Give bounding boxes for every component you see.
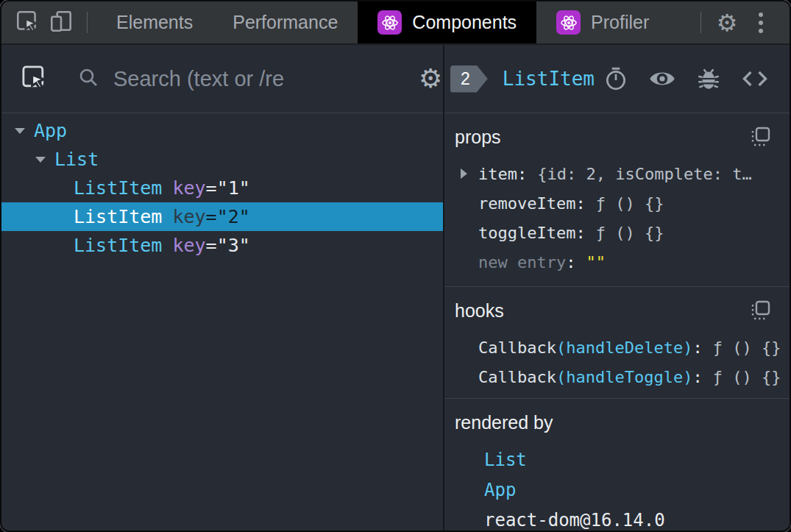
component-name: List [54,149,99,170]
tab-label: Profiler [591,12,649,33]
owner-link[interactable]: App [484,480,516,500]
key-attribute-value: ="2" [206,206,250,227]
key-attribute-name: key [172,235,205,256]
hook-value: ƒ () {} [713,338,781,357]
react-atom-icon [556,10,581,35]
prop-name: removeItem [478,194,575,213]
search-input[interactable] [112,66,392,92]
props-section-title: props [455,127,501,148]
component-name: ListItem [74,235,162,256]
prop-value: ƒ () {} [596,224,664,242]
rendered-by-owner-list[interactable]: List [444,444,790,475]
hook-row-handletoggle: Callback(handleToggle) ƒ () {} [444,362,790,391]
settings-button[interactable]: ⚙ [710,1,744,43]
rendered-by-title: rendered by [455,412,553,433]
hooks-section: hooks Callback(handleDelete) ƒ () {} [444,287,790,399]
topbar-separator [700,12,701,33]
search-icon [77,65,100,92]
prop-name: toggleItem [478,224,575,242]
log-to-console-bug-icon[interactable] [695,65,722,92]
element-id-badge: 2 [450,65,488,93]
hook-name: (handleToggle) [556,368,692,386]
device-toolbar-button[interactable] [44,1,78,43]
pick-component-button[interactable] [19,63,49,95]
topbar-separator [87,12,88,33]
tab-label: Components [412,12,517,33]
tree-row-listitem-1[interactable]: ListItem key="1" [1,174,443,202]
hook-value: ƒ () {} [713,368,781,386]
copy-hooks-button[interactable] [750,299,772,322]
tree-row-app[interactable]: App [1,116,443,145]
hooks-section-title: hooks [455,300,504,322]
devtools-topbar: Elements Performance Components [1,1,790,45]
key-attribute-value: ="1" [206,177,250,199]
tree-settings-button[interactable]: ⚙ [405,65,442,92]
more-options-button[interactable] [744,1,778,43]
prop-name: item [478,165,517,183]
components-panel: ⚙ App List ListItem key="1" ListItem [1,45,790,531]
tree-row-listitem-2-selected[interactable]: ListItem key="2" [1,202,443,231]
component-name: App [34,120,67,141]
tab-profiler[interactable]: Profiler [536,1,669,43]
hook-name: (handleDelete) [556,338,692,357]
component-name: ListItem [74,177,162,199]
tree-pane: ⚙ App List ListItem key="1" ListItem [1,45,444,531]
prop-row-toggleitem: toggleItem ƒ () {} [444,218,790,247]
props-section: props item {id: 2, isComplete: t… [444,113,790,287]
inspect-element-button[interactable] [10,1,44,43]
tab-label: Performance [233,12,338,33]
selected-component-title: ListItem [503,68,595,90]
new-entry-value-input[interactable]: "" [586,253,606,272]
details-header-actions [603,65,769,93]
rendered-by-owner-app[interactable]: App [444,475,790,505]
component-tree: App List ListItem key="1" ListItem key="… [1,113,443,531]
key-attribute-value: ="3" [206,235,250,256]
component-name: ListItem [74,206,162,227]
hook-type: Callback [478,338,556,357]
inspect-cursor-icon [14,8,40,38]
gear-icon: ⚙ [419,65,442,92]
collapse-caret-icon[interactable] [35,157,54,163]
rendered-by-section: rendered by List App react-dom@16.14.0 [444,399,790,532]
kebab-dot [759,29,763,33]
kebab-dot [759,13,763,17]
key-attribute-name: key [172,206,205,227]
tab-elements[interactable]: Elements [96,1,213,43]
expand-caret-icon[interactable] [461,169,478,179]
details-header: 2 ListItem [444,45,790,113]
owner-link[interactable]: List [484,450,527,470]
rendered-by-library: react-dom@16.14.0 [444,505,790,532]
view-source-code-icon[interactable] [741,65,769,93]
suspend-stopwatch-icon[interactable] [603,65,629,92]
prop-row-item[interactable]: item {id: 2, isComplete: t… [444,159,790,188]
prop-row-new-entry[interactable]: new entry "" [444,247,790,277]
prop-value: {id: 2, isComplete: t… [537,165,751,183]
inspect-cursor-icon [19,63,49,95]
devtools-window: Elements Performance Components [0,0,791,532]
kebab-dot [759,21,763,25]
hook-type: Callback [478,368,556,386]
react-atom-icon [377,10,402,35]
gear-icon: ⚙ [717,11,738,35]
tree-toolbar: ⚙ [1,45,443,113]
device-toolbar-icon [48,8,74,38]
prop-value: ƒ () {} [596,194,664,213]
new-entry-name-input[interactable]: new entry [478,253,566,272]
search-box [63,65,405,92]
react-dom-version: react-dom@16.14.0 [484,510,665,531]
details-pane: 2 ListItem [444,45,790,531]
tab-components[interactable]: Components [358,1,536,43]
tab-label: Elements [116,12,193,33]
tree-row-list[interactable]: List [1,145,443,174]
collapse-caret-icon[interactable] [15,128,34,134]
hook-row-handledelete: Callback(handleDelete) ƒ () {} [444,333,790,362]
inspect-dom-eye-icon[interactable] [648,65,676,93]
tab-performance[interactable]: Performance [213,1,358,43]
tree-row-listitem-3[interactable]: ListItem key="3" [1,231,443,260]
copy-props-button[interactable] [750,126,772,148]
prop-row-removeitem: removeItem ƒ () {} [444,188,790,218]
key-attribute-name: key [172,177,205,199]
topbar-right-controls: ⚙ [692,1,790,43]
